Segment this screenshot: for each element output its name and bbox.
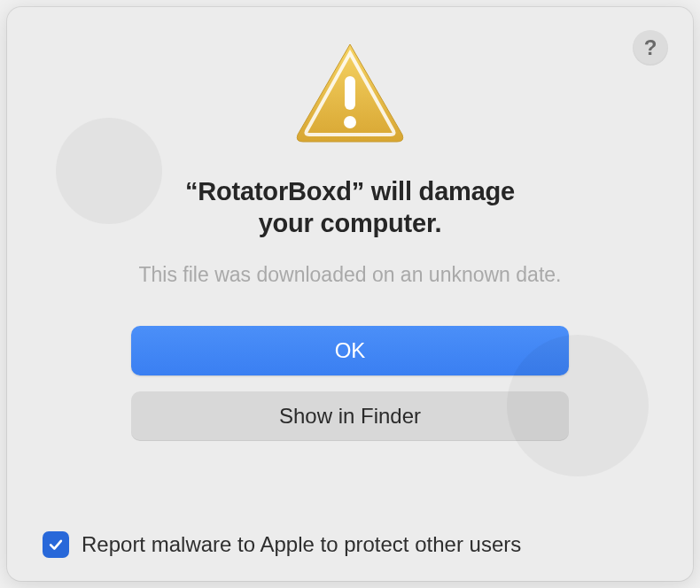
svg-rect-2 — [345, 76, 355, 110]
svg-point-3 — [344, 116, 356, 128]
alert-title-line2: your computer. — [259, 209, 442, 237]
report-malware-label: Report malware to Apple to protect other… — [82, 532, 521, 557]
help-button[interactable]: ? — [633, 30, 668, 66]
checkmark-icon — [47, 536, 65, 553]
report-malware-checkbox[interactable] — [43, 531, 69, 558]
ok-button[interactable]: OK — [131, 326, 569, 375]
watermark-decoration — [47, 109, 171, 233]
alert-title: “RotatorBoxd” will damage your computer. — [185, 175, 515, 240]
svg-point-0 — [56, 118, 162, 224]
alert-subtitle: This file was downloaded on an unknown d… — [139, 263, 562, 287]
warning-icon — [292, 39, 408, 149]
help-icon: ? — [644, 35, 657, 60]
report-malware-row: Report malware to Apple to protect other… — [43, 531, 521, 558]
alert-title-line1: “RotatorBoxd” will damage — [185, 177, 515, 205]
show-in-finder-button[interactable]: Show in Finder — [131, 391, 569, 441]
alert-dialog: ? “RotatorBoxd” will damage your compute… — [7, 7, 693, 581]
